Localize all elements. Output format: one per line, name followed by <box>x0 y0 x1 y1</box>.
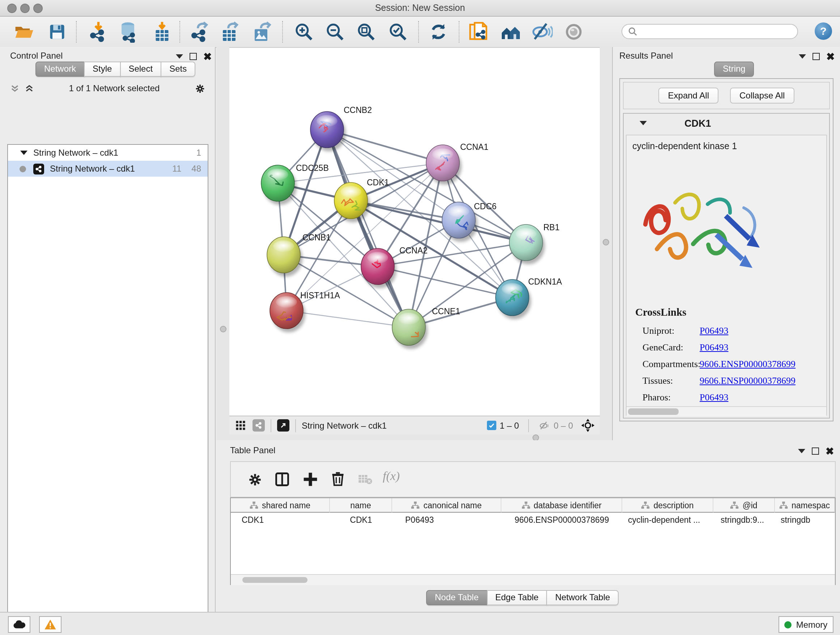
column-header[interactable]: name <box>330 498 392 513</box>
collapse-all-chevron-icon[interactable] <box>10 84 19 93</box>
collapse-panel-icon[interactable] <box>798 449 805 453</box>
delete-table-icon[interactable] <box>358 473 373 485</box>
collapse-panel-icon[interactable] <box>176 54 183 59</box>
float-panel-icon[interactable] <box>812 448 819 455</box>
tab-string[interactable]: String <box>714 62 754 77</box>
network-row-selected[interactable]: String Network – cdk1 11 48 <box>8 161 208 177</box>
splitter-handle-icon[interactable] <box>603 239 609 245</box>
tab-network[interactable]: Network <box>35 62 85 77</box>
column-header[interactable]: namespac <box>775 498 835 513</box>
export-image-button[interactable] <box>249 19 274 44</box>
network-node[interactable]: CCNB2 <box>310 105 372 151</box>
warnings-button[interactable] <box>39 616 62 633</box>
column-header[interactable]: description <box>622 498 714 513</box>
open-session-button[interactable] <box>11 19 36 44</box>
close-panel-icon[interactable]: ✖ <box>826 53 835 60</box>
birds-eye-grid-icon[interactable] <box>235 420 246 431</box>
crosslink-link[interactable]: 9606.ENSP00000378699 <box>699 375 796 386</box>
clone-network-button[interactable] <box>466 19 491 44</box>
function-builder-button[interactable]: f(x) <box>383 469 400 484</box>
fit-selected-crosshair-icon[interactable] <box>581 418 595 432</box>
show-details-button[interactable] <box>561 19 586 44</box>
table-options-gear-icon[interactable] <box>248 472 263 487</box>
crosslink-link[interactable]: P06493 <box>699 325 728 336</box>
right-splitter[interactable] <box>600 47 612 434</box>
import-network-database-button[interactable] <box>117 19 141 44</box>
crosslink-link[interactable]: P06493 <box>699 391 728 403</box>
open-in-window-icon[interactable] <box>277 419 289 432</box>
network-node[interactable]: CCNE1 <box>392 307 460 349</box>
delete-column-trash-icon[interactable] <box>330 470 346 486</box>
table-cell[interactable]: stringdb <box>775 513 835 526</box>
float-panel-icon[interactable] <box>813 53 820 60</box>
hide-details-button[interactable] <box>530 19 554 44</box>
help-button[interactable]: ? <box>815 22 832 40</box>
import-table-file-button[interactable] <box>150 19 174 44</box>
tab-style[interactable]: Style <box>84 62 120 77</box>
close-panel-icon[interactable]: ✖ <box>826 448 834 455</box>
tab-select[interactable]: Select <box>120 62 161 77</box>
tab-network-table[interactable]: Network Table <box>546 590 619 605</box>
zoom-fit-button[interactable] <box>354 19 378 44</box>
hidden-eye-slash-icon[interactable] <box>538 420 550 431</box>
network-node[interactable]: CCNA1 <box>426 142 488 185</box>
network-node[interactable]: CDC25B <box>261 163 329 205</box>
table-cell[interactable]: stringdb:9... <box>714 513 775 526</box>
network-share-toggle-icon[interactable] <box>253 419 265 432</box>
crosslink-link[interactable]: 9606.ENSP00000378699 <box>699 358 796 370</box>
import-network-file-button[interactable] <box>86 19 111 44</box>
node-table[interactable]: shared namenamecanonical namedatabase id… <box>230 497 836 585</box>
network-node[interactable]: CDK1 <box>334 178 389 222</box>
selected-checkbox-icon[interactable] <box>486 421 496 430</box>
apply-layout-button[interactable] <box>426 19 451 44</box>
table-cell[interactable]: P06493 <box>392 513 501 526</box>
tab-sets[interactable]: Sets <box>161 62 195 77</box>
column-header[interactable]: @id <box>714 498 775 513</box>
zoom-selected-button[interactable] <box>386 19 410 44</box>
network-graph[interactable]: CCNB2CCNA1CDC25BCDK1CDC6RB1CCNB1CCNA2CDK… <box>229 48 600 416</box>
results-hscrollbar[interactable] <box>627 406 826 416</box>
close-panel-icon[interactable]: ✖ <box>203 53 212 60</box>
network-collection-row[interactable]: String Network – cdk1 1 <box>8 145 208 161</box>
scroll-thumb[interactable] <box>628 409 679 415</box>
table-hscrollbar[interactable] <box>231 574 835 585</box>
table-cell[interactable]: 9606.ENSP00000378699 <box>501 513 622 526</box>
export-table-button[interactable] <box>218 19 242 44</box>
export-network-button[interactable] <box>187 19 212 44</box>
cloud-status-button[interactable] <box>8 616 30 633</box>
search-input[interactable] <box>622 24 798 39</box>
table-cell[interactable]: cyclin-dependent ... <box>622 513 714 526</box>
splitter-handle-icon[interactable] <box>220 326 226 333</box>
table-cell[interactable]: CDK1 <box>330 513 392 526</box>
memory-button[interactable]: Memory <box>778 616 834 633</box>
network-node[interactable]: CCNB1 <box>267 233 331 277</box>
create-column-plus-icon[interactable] <box>302 471 318 487</box>
column-header[interactable]: database identifier <box>501 498 622 513</box>
table-cell[interactable]: CDK1 <box>231 513 330 526</box>
column-header[interactable]: shared name <box>231 498 330 513</box>
collapse-panel-icon[interactable] <box>799 54 806 59</box>
expand-all-chevron-icon[interactable] <box>25 84 34 93</box>
zoom-out-button[interactable] <box>323 19 347 44</box>
tab-node-table[interactable]: Node Table <box>426 590 487 605</box>
zoom-in-button[interactable] <box>292 19 316 44</box>
protein-section-header[interactable]: CDK1 <box>624 114 829 133</box>
tab-edge-table[interactable]: Edge Table <box>486 590 547 605</box>
column-header[interactable]: canonical name <box>392 498 501 513</box>
network-node[interactable]: RB1 <box>509 223 560 264</box>
float-panel-icon[interactable] <box>189 53 197 60</box>
save-session-button[interactable] <box>45 19 69 44</box>
show-columns-icon[interactable] <box>274 471 290 487</box>
table-row[interactable]: CDK1CDK1P064939606.ENSP00000378699cyclin… <box>231 513 835 526</box>
string-home-button[interactable] <box>499 19 523 44</box>
network-options-gear-icon[interactable] <box>195 83 205 94</box>
network-node[interactable]: HIST1H1A <box>270 291 340 333</box>
tree-expander-icon[interactable] <box>20 150 27 155</box>
collapse-all-button[interactable]: Collapse All <box>730 88 794 103</box>
section-collapse-icon[interactable] <box>639 121 647 125</box>
scroll-thumb[interactable] <box>242 577 308 583</box>
left-splitter[interactable] <box>216 47 229 434</box>
network-canvas[interactable]: CCNB2CCNA1CDC25BCDK1CDC6RB1CCNB1CCNA2CDK… <box>229 47 600 416</box>
expand-all-button[interactable]: Expand All <box>659 88 718 103</box>
crosslink-link[interactable]: P06493 <box>699 341 728 353</box>
